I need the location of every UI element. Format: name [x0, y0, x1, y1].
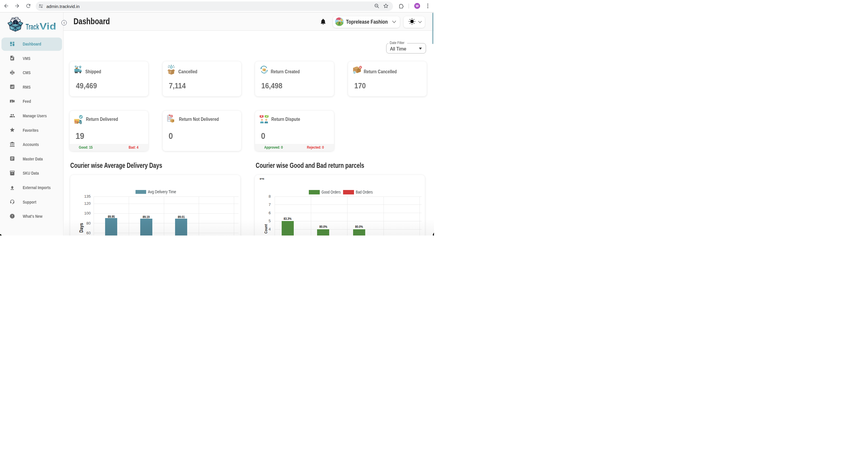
svg-text:CMS: CMS: [11, 72, 13, 73]
